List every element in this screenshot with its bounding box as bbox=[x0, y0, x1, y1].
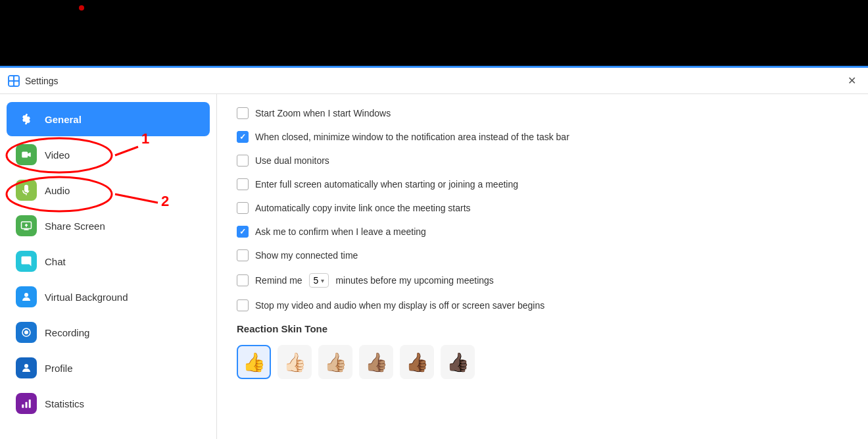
setting-row-confirm-leave: Ask me to confirm when I leave a meeting bbox=[237, 226, 848, 238]
video-icon bbox=[16, 144, 37, 165]
svg-rect-15 bbox=[22, 405, 24, 408]
label-remind-pre: Remind me bbox=[255, 275, 302, 286]
label-minimize: When closed, minimize window to the noti… bbox=[255, 132, 569, 142]
label-connected-time: Show my connected time bbox=[255, 250, 358, 261]
audio-icon bbox=[16, 180, 37, 201]
sidebar-item-label-statistics: Statistics bbox=[45, 398, 84, 409]
title-left: Settings bbox=[8, 75, 59, 87]
gear-icon bbox=[16, 109, 37, 130]
svg-rect-0 bbox=[9, 76, 13, 80]
label-confirm-leave: Ask me to confirm when I leave a meeting bbox=[255, 226, 426, 237]
red-dot bbox=[79, 5, 84, 11]
remind-dropdown-value: 5 bbox=[314, 275, 319, 286]
svg-rect-17 bbox=[29, 400, 31, 408]
checkbox-minimize[interactable] bbox=[237, 131, 249, 143]
setting-row-stop-video: Stop my video and audio when my display … bbox=[237, 299, 848, 311]
statistics-icon bbox=[16, 393, 37, 414]
skin-tone-1[interactable]: 👍 bbox=[237, 345, 271, 379]
checkbox-confirm-leave[interactable] bbox=[237, 226, 249, 238]
sidebar-item-profile[interactable]: Profile bbox=[7, 351, 210, 385]
label-start-zoom: Start Zoom when I start Windows bbox=[255, 108, 391, 118]
svg-point-11 bbox=[24, 293, 28, 297]
close-button[interactable]: ✕ bbox=[844, 74, 860, 88]
setting-row-remind: Remind me 5 ▾ minutes before my upcoming… bbox=[237, 273, 848, 288]
setting-row-minimize: When closed, minimize window to the noti… bbox=[237, 131, 848, 143]
sidebar-item-general[interactable]: General bbox=[7, 102, 210, 136]
dropdown-arrow-icon: ▾ bbox=[321, 277, 324, 284]
sidebar-item-video[interactable]: Video bbox=[7, 138, 210, 172]
svg-rect-16 bbox=[26, 402, 28, 408]
main-content: 1 2 General bbox=[0, 94, 868, 439]
setting-row-start-zoom: Start Zoom when I start Windows bbox=[237, 107, 848, 119]
label-stop-video: Stop my video and audio when my display … bbox=[255, 300, 544, 311]
sidebar-item-label-chat: Chat bbox=[45, 256, 66, 267]
setting-row-connected-time: Show my connected time bbox=[237, 249, 848, 261]
sidebar-item-label-general: General bbox=[45, 114, 82, 125]
checkbox-connected-time[interactable] bbox=[237, 249, 249, 261]
setting-row-copy-invite: Automatically copy invite link once the … bbox=[237, 202, 848, 214]
sidebar-item-label-audio: Audio bbox=[45, 185, 70, 196]
remind-dropdown[interactable]: 5 ▾ bbox=[309, 273, 329, 288]
skin-tone-3[interactable]: 👍🏼 bbox=[318, 345, 352, 379]
skin-tone-6[interactable]: 👍🏿 bbox=[441, 345, 475, 379]
setting-row-full-screen: Enter full screen automatically when sta… bbox=[237, 178, 848, 190]
svg-point-13 bbox=[24, 330, 28, 334]
sidebar-item-share-screen[interactable]: Share Screen bbox=[7, 209, 210, 243]
checkbox-start-zoom[interactable] bbox=[237, 107, 249, 119]
sidebar-item-label-share: Share Screen bbox=[45, 220, 105, 232]
sidebar-item-chat[interactable]: Chat bbox=[7, 244, 210, 278]
skin-tone-section-title: Reaction Skin Tone bbox=[237, 323, 848, 334]
svg-rect-2 bbox=[9, 82, 13, 86]
top-bar bbox=[0, 0, 868, 66]
svg-rect-1 bbox=[14, 76, 18, 80]
label-copy-invite: Automatically copy invite link once the … bbox=[255, 203, 471, 213]
sidebar-item-audio[interactable]: Audio bbox=[7, 173, 210, 207]
sidebar-item-virtual-background[interactable]: Virtual Background bbox=[7, 280, 210, 314]
sidebar-item-label-profile: Profile bbox=[45, 363, 73, 374]
right-panel: Start Zoom when I start Windows When clo… bbox=[217, 94, 868, 439]
settings-window: Settings ✕ 1 2 bbox=[0, 68, 868, 439]
chat-icon bbox=[16, 251, 37, 272]
virtual-background-icon bbox=[16, 286, 37, 307]
share-screen-icon bbox=[16, 215, 37, 236]
label-full-screen: Enter full screen automatically when sta… bbox=[255, 179, 518, 190]
skin-tones-row: 👍 👍🏻 👍🏼 👍🏽 👍🏾 👍🏿 bbox=[237, 345, 848, 379]
profile-icon bbox=[16, 357, 37, 378]
label-remind-post: minutes before my upcoming meetings bbox=[335, 275, 493, 286]
checkbox-dual-monitors[interactable] bbox=[237, 155, 249, 167]
title-bar: Settings ✕ bbox=[0, 68, 868, 94]
sidebar-item-label-vbg: Virtual Background bbox=[45, 292, 128, 303]
checkbox-remind[interactable] bbox=[237, 274, 249, 286]
sidebar-item-recording[interactable]: Recording bbox=[7, 315, 210, 349]
skin-tone-5[interactable]: 👍🏾 bbox=[400, 345, 434, 379]
svg-point-14 bbox=[24, 364, 28, 368]
zoom-icon bbox=[8, 75, 20, 87]
skin-tone-4[interactable]: 👍🏽 bbox=[359, 345, 393, 379]
checkbox-stop-video[interactable] bbox=[237, 299, 249, 311]
window-title: Settings bbox=[25, 76, 59, 86]
svg-rect-3 bbox=[14, 82, 18, 86]
sidebar-item-statistics[interactable]: Statistics bbox=[7, 386, 210, 421]
checkbox-copy-invite[interactable] bbox=[237, 202, 249, 214]
sidebar: 1 2 General bbox=[0, 94, 217, 439]
recording-icon bbox=[16, 322, 37, 343]
sidebar-item-label-video: Video bbox=[45, 149, 70, 161]
sidebar-item-label-recording: Recording bbox=[45, 327, 89, 338]
setting-row-dual-monitors: Use dual monitors bbox=[237, 155, 848, 167]
label-dual-monitors: Use dual monitors bbox=[255, 155, 329, 166]
skin-tone-2[interactable]: 👍🏻 bbox=[277, 345, 312, 379]
checkbox-full-screen[interactable] bbox=[237, 178, 249, 190]
